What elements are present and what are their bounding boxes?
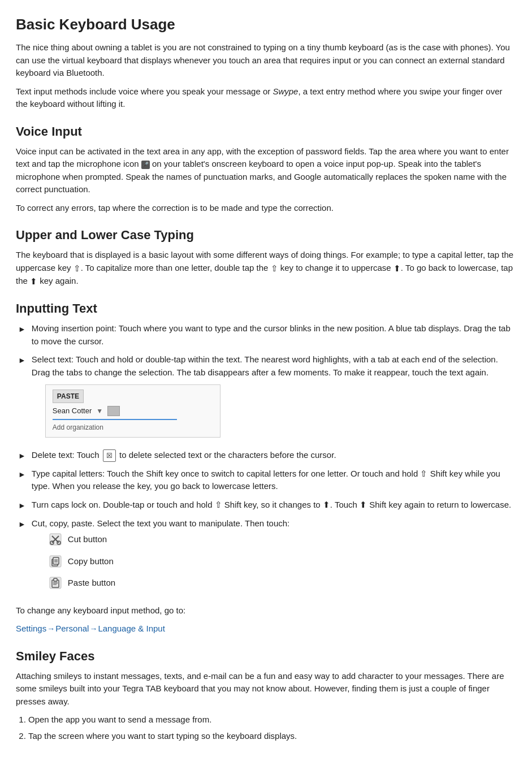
add-organization: Add organization [53, 422, 213, 432]
shift-filled-icon: ⬆ [393, 263, 401, 272]
delete-icon: ☒ [103, 449, 116, 462]
shift-filled-icon-2: ⬆ [30, 276, 37, 286]
shift-filled-icon-4: ⬆ [360, 500, 367, 509]
page-title: Basic Keyboard Usage [16, 14, 516, 36]
section-heading-upper-lower: Upper and Lower Case Typing [16, 226, 516, 244]
smiley-step-1: Open the app you want to send a message … [28, 713, 516, 726]
voice-input-p2: To correct any errors, tap where the cor… [16, 202, 516, 215]
cut-icon [47, 533, 63, 550]
upper-lower-paragraph: The keyboard that is displayed is a basi… [16, 249, 516, 288]
svg-rect-13 [54, 578, 57, 581]
cut-copy-paste-sub-list: Cut button Copy button [32, 533, 516, 593]
bullet-arrow-6: ► [18, 518, 26, 530]
shift-outline-icon: ⇧ [73, 263, 81, 272]
section-heading-inputting-text: Inputting Text [16, 299, 516, 318]
list-item-delete-text: ► Delete text: Touch ☒ to delete selecte… [16, 449, 516, 462]
caps-lock-text: Turn caps lock on. Double-tap or touch a… [32, 499, 516, 512]
arrow-right-2: → [89, 624, 97, 633]
intro-paragraph-1: The nice thing about owning a tablet is … [16, 41, 516, 80]
sub-item-copy: Copy button [45, 555, 516, 572]
bullet-arrow-3: ► [18, 450, 26, 462]
delete-text-content: Delete text: Touch ☒ to delete selected … [32, 449, 516, 462]
inputting-text-list: ► Moving insertion point: Touch where yo… [16, 322, 516, 599]
screenshot-box: PASTE Sean Cotter ▼ Add organization [45, 384, 220, 438]
screenshot-name: Sean Cotter [53, 405, 92, 417]
mic-icon: 🎤 [141, 161, 150, 169]
shift-outline-icon-4: ⇧ [215, 500, 222, 509]
settings-link-line: Settings→Personal→Language & Input [16, 622, 516, 635]
bullet-arrow-4: ► [18, 469, 26, 481]
list-item-select-text: ► Select text: Touch and hold or double-… [16, 353, 516, 443]
type-capital-text: Type capital letters: Touch the Shift ke… [32, 468, 516, 493]
intro-paragraph-2: Text input methods include voice where y… [16, 85, 516, 111]
settings-link[interactable]: Settings [16, 624, 46, 633]
shift-filled-icon-3: ⬆ [323, 500, 330, 509]
smiley-step-2: Tap the screen where you want to start t… [28, 730, 516, 743]
bullet-arrow-2: ► [18, 354, 26, 366]
paste-label: Paste button [68, 577, 115, 590]
cut-copy-paste-content: Cut, copy, paste. Select the text you wa… [32, 517, 516, 599]
voice-input-p1: Voice input can be activated in the text… [16, 145, 516, 196]
paste-icon [47, 577, 63, 593]
paste-icon-svg [49, 577, 62, 589]
shift-outline-icon-3: ⇧ [420, 469, 427, 478]
moving-insertion-text: Moving insertion point: Touch where you … [32, 322, 516, 348]
list-item-type-capital: ► Type capital letters: Touch the Shift … [16, 468, 516, 493]
list-item-caps-lock: ► Turn caps lock on. Double-tap or touch… [16, 499, 516, 512]
bullet-arrow-5: ► [18, 500, 26, 512]
copy-icon [47, 555, 63, 572]
screenshot-square [107, 406, 120, 416]
sub-item-cut: Cut button [45, 533, 516, 550]
personal-link[interactable]: Personal [55, 624, 89, 633]
swype-italic: Swype [273, 86, 298, 96]
list-item-cut-copy-paste: ► Cut, copy, paste. Select the text you … [16, 517, 516, 599]
list-item-moving-insertion: ► Moving insertion point: Touch where yo… [16, 322, 516, 348]
section-heading-smiley-faces: Smiley Faces [16, 647, 516, 665]
cut-label: Cut button [68, 533, 107, 546]
smiley-steps-list: Open the app you want to send a message … [16, 713, 516, 742]
intro-p2-prefix: Text input methods include voice where y… [16, 86, 273, 96]
language-link[interactable]: Language & Input [98, 624, 165, 633]
select-text-content: Select text: Touch and hold or double-ta… [32, 353, 516, 443]
change-keyboard-text: To change any keyboard input method, go … [16, 604, 516, 617]
copy-icon-svg [49, 555, 62, 568]
bullet-arrow-1: ► [18, 323, 26, 335]
cut-icon-svg [49, 533, 62, 546]
blue-underline [53, 419, 177, 420]
section-heading-voice-input: Voice Input [16, 122, 516, 141]
arrow-right-1: → [47, 624, 55, 633]
dropdown-arrow-icon: ▼ [96, 406, 103, 416]
paste-button[interactable]: PASTE [53, 390, 84, 403]
copy-label: Copy button [68, 555, 114, 568]
shift-outline-icon-2: ⇧ [271, 263, 278, 272]
sub-item-paste: Paste button [45, 577, 516, 593]
smiley-paragraph: Attaching smileys to instant messages, t… [16, 670, 516, 708]
